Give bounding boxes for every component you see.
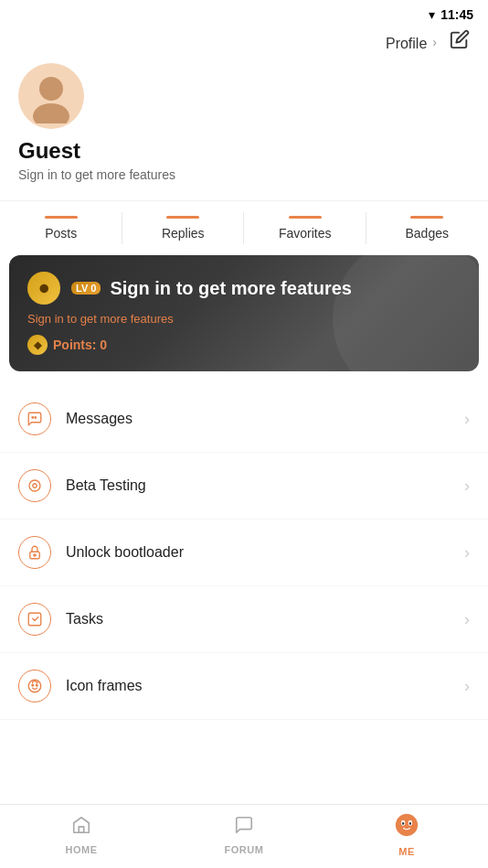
home-label: HOME [66,844,98,855]
posts-bar [45,216,78,219]
profile-subtitle: Sign in to get more features [18,167,470,182]
svg-point-10 [32,684,34,686]
bottom-nav: HOME FORUM ME [0,804,488,868]
svg-rect-8 [28,613,41,626]
sign-in-title: Sign in to get more features [110,278,351,299]
me-icon [395,813,419,842]
svg-point-17 [409,821,411,824]
messages-label: Messages [66,411,464,427]
nav-home[interactable]: HOME [0,815,163,859]
svg-point-16 [402,821,404,824]
avatar[interactable] [18,63,84,129]
sign-in-sub: Sign in to get more features [27,312,461,326]
tab-posts[interactable]: Posts [0,201,122,255]
svg-point-11 [36,684,37,686]
posts-label: Posts [45,226,77,241]
favorites-bar [289,216,322,219]
menu-item-beta[interactable]: Beta Testing › [0,453,488,520]
level-badge-icon: ⬤ [27,272,60,305]
profile-chevron-icon: › [432,35,437,49]
bootloader-icon [18,536,51,569]
beta-icon [18,469,51,502]
svg-point-5 [33,484,37,488]
username: Guest [18,138,470,164]
bootloader-label: Unlock bootloader [66,544,464,561]
edit-icon[interactable] [450,29,470,54]
svg-point-1 [33,103,69,123]
svg-point-0 [39,77,63,101]
svg-point-13 [396,813,418,835]
tasks-chevron-icon: › [464,610,470,629]
bootloader-chevron-icon: › [464,543,470,563]
badges-label: Badges [406,226,449,241]
tab-replies[interactable]: Replies [122,201,245,255]
icon-frames-chevron-icon: › [464,677,470,696]
tasks-label: Tasks [66,611,464,627]
me-label: ME [398,846,415,857]
svg-point-2 [32,417,34,419]
time-display: 11:45 [440,7,473,22]
points-row: ◆ Points: 0 [27,335,461,355]
forum-icon [234,815,254,841]
header-bar: Profile › [0,29,488,63]
menu-item-icon-frames[interactable]: Icon frames › [0,653,488,720]
points-text: Points: 0 [53,338,107,352]
tasks-icon [18,603,51,636]
forum-label: FORUM [225,844,264,855]
svg-point-7 [34,554,36,556]
menu-item-messages[interactable]: Messages › [0,386,488,453]
menu-item-bootloader[interactable]: Unlock bootloader › [0,520,488,586]
nav-forum[interactable]: FORUM [163,815,325,859]
favorites-label: Favorites [279,226,332,241]
points-icon: ◆ [27,335,48,355]
status-bar: ▾ 11:45 [0,0,488,29]
tab-badges[interactable]: Badges [366,201,489,255]
icon-frames-icon [18,670,51,702]
messages-icon [18,402,51,435]
svg-rect-12 [79,826,84,831]
profile-link-label[interactable]: Profile [386,32,427,52]
messages-chevron-icon: › [464,410,470,429]
home-icon [71,815,91,841]
nav-me[interactable]: ME [325,813,488,861]
replies-bar [166,216,199,219]
beta-label: Beta Testing [66,477,464,494]
level-top-row: ⬤ LV 0 Sign in to get more features [27,272,461,305]
level-banner[interactable]: ⬤ LV 0 Sign in to get more features Sign… [9,255,479,371]
menu-list: Messages › Beta Testing › Unlock bootloa… [0,386,488,720]
level-tag: LV 0 [71,282,101,295]
profile-section: Guest Sign in to get more features [0,63,488,200]
stats-tabs: Posts Replies Favorites Badges [0,200,488,255]
icon-frames-label: Icon frames [66,678,464,694]
menu-item-tasks[interactable]: Tasks › [0,586,488,653]
wifi-icon: ▾ [429,7,435,22]
tab-favorites[interactable]: Favorites [244,201,366,255]
replies-label: Replies [162,226,205,241]
badges-bar [410,216,443,219]
svg-point-3 [35,417,37,419]
beta-chevron-icon: › [464,477,470,496]
svg-point-4 [29,480,40,491]
